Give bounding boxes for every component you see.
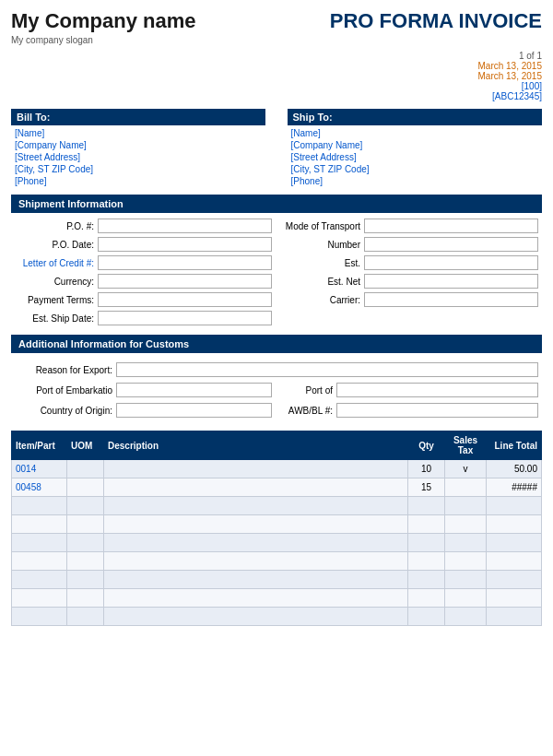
- cell-tax: [445, 552, 487, 571]
- bill-to-box: Bill To: [Name] [Company Name] [Street A…: [11, 109, 265, 187]
- customs-section: Additional Information for Customs Reaso…: [11, 335, 542, 425]
- shipment-form-grid: P.O. #: P.O. Date: Letter of Credit #: C…: [11, 219, 542, 329]
- shipment-section-header: Shipment Information: [11, 195, 542, 213]
- bill-to-header: Bill To:: [11, 109, 265, 125]
- cell-desc: [104, 534, 408, 552]
- cell-total: [487, 552, 542, 571]
- col-qty: Qty: [408, 431, 445, 460]
- est-ship-date-row: Est. Ship Date:: [15, 311, 272, 325]
- cell-item: 0014: [12, 460, 67, 478]
- shipment-left-col: P.O. #: P.O. Date: Letter of Credit #: C…: [15, 219, 272, 329]
- mode-transport-label: Mode of Transport: [281, 221, 364, 231]
- cell-tax: [445, 478, 487, 497]
- meta-info: 1 of 1 March 13, 2015 March 13, 2015 [10…: [11, 51, 542, 101]
- mode-transport-row: Mode of Transport: [281, 219, 538, 233]
- cell-qty: [408, 571, 445, 589]
- cell-uom: [67, 515, 104, 534]
- cell-qty: 10: [408, 460, 445, 478]
- cell-uom: [67, 552, 104, 571]
- country-input[interactable]: [116, 403, 272, 418]
- company-name: My Company name: [11, 9, 196, 33]
- invoice-id2: [ABC12345]: [11, 91, 542, 101]
- po-date-input[interactable]: [98, 237, 272, 252]
- col-total: Line Total: [487, 431, 542, 460]
- cell-uom: [67, 589, 104, 608]
- ship-to-line-4: [City, ST ZIP Code]: [288, 163, 542, 175]
- cell-desc: [104, 515, 408, 534]
- table-header-row: Item/Part UOM Description Qty Sales Tax …: [12, 431, 542, 460]
- currency-input[interactable]: [98, 274, 272, 289]
- cell-item: [12, 552, 67, 571]
- cell-total: [487, 497, 542, 515]
- est-input[interactable]: [364, 255, 538, 270]
- ship-to-line-3: [Street Address]: [288, 151, 542, 163]
- cell-desc: [104, 571, 408, 589]
- bill-to-line-2: [Company Name]: [11, 139, 265, 151]
- po-date-row: P.O. Date:: [15, 237, 272, 252]
- invoice-title: PRO FORMA INVOICE: [330, 9, 542, 33]
- cell-item: [12, 589, 67, 608]
- port-emb-input[interactable]: [116, 383, 272, 397]
- est-net-input[interactable]: [364, 274, 538, 289]
- country-awb-row: Country of Origin: AWB/BL #:: [15, 403, 538, 418]
- mode-transport-input[interactable]: [364, 219, 538, 233]
- cell-total: [487, 608, 542, 626]
- cell-desc: [104, 552, 408, 571]
- cell-qty: 15: [408, 478, 445, 497]
- invoice-date1: March 13, 2015: [11, 61, 542, 71]
- po-number-row: P.O. #:: [15, 219, 272, 233]
- awb-half: AWB/BL #:: [281, 403, 538, 418]
- po-date-label: P.O. Date:: [15, 240, 98, 250]
- cell-desc: [104, 478, 408, 497]
- cell-uom: [67, 497, 104, 515]
- cell-item: [12, 534, 67, 552]
- cell-qty: [408, 589, 445, 608]
- currency-label: Currency:: [15, 277, 98, 287]
- cell-qty: [408, 552, 445, 571]
- cell-total: #####: [487, 478, 542, 497]
- cell-qty: [408, 608, 445, 626]
- cell-item: [12, 571, 67, 589]
- cell-item: [12, 515, 67, 534]
- cell-qty: [408, 497, 445, 515]
- cell-uom: [67, 460, 104, 478]
- letter-credit-row: Letter of Credit #:: [15, 255, 272, 270]
- cell-uom: [67, 534, 104, 552]
- cell-tax: [445, 534, 487, 552]
- reason-export-row: Reason for Export:: [15, 362, 538, 377]
- country-label: Country of Origin:: [15, 406, 116, 416]
- number-input[interactable]: [364, 237, 538, 252]
- ship-to-line-1: [Name]: [288, 127, 542, 139]
- reason-export-input[interactable]: [116, 362, 538, 377]
- est-ship-date-input[interactable]: [98, 311, 272, 325]
- col-item: Item/Part: [12, 431, 67, 460]
- ship-to-line-5: [Phone]: [288, 175, 542, 187]
- cell-total: 50.00: [487, 460, 542, 478]
- letter-credit-input[interactable]: [98, 255, 272, 270]
- cell-total: [487, 589, 542, 608]
- ship-to-header: Ship To:: [288, 109, 542, 125]
- header: My Company name My company slogan PRO FO…: [11, 9, 542, 45]
- customs-section-header: Additional Information for Customs: [11, 335, 542, 353]
- payment-terms-input[interactable]: [98, 292, 272, 307]
- carrier-row: Carrier:: [281, 292, 538, 307]
- cell-tax: v: [445, 460, 487, 478]
- bill-to-line-3: [Street Address]: [11, 151, 265, 163]
- table-row: [12, 571, 542, 589]
- page-number: 1 of 1: [11, 51, 542, 61]
- cell-uom: [67, 571, 104, 589]
- carrier-input[interactable]: [364, 292, 538, 307]
- ship-to-box: Ship To: [Name] [Company Name] [Street A…: [288, 109, 542, 187]
- items-table: Item/Part UOM Description Qty Sales Tax …: [11, 431, 542, 626]
- bill-to-line-5: [Phone]: [11, 175, 265, 187]
- port-of-input[interactable]: [336, 383, 538, 397]
- invoice-id1: [100]: [11, 81, 542, 91]
- cell-total: [487, 571, 542, 589]
- cell-item: 00458: [12, 478, 67, 497]
- est-label: Est.: [281, 258, 364, 268]
- po-number-input[interactable]: [98, 219, 272, 233]
- awb-input[interactable]: [336, 403, 538, 418]
- payment-terms-label: Payment Terms:: [15, 295, 98, 305]
- customs-grid: Reason for Export: Port of Embarkatio Po…: [11, 359, 542, 425]
- payment-terms-row: Payment Terms:: [15, 292, 272, 307]
